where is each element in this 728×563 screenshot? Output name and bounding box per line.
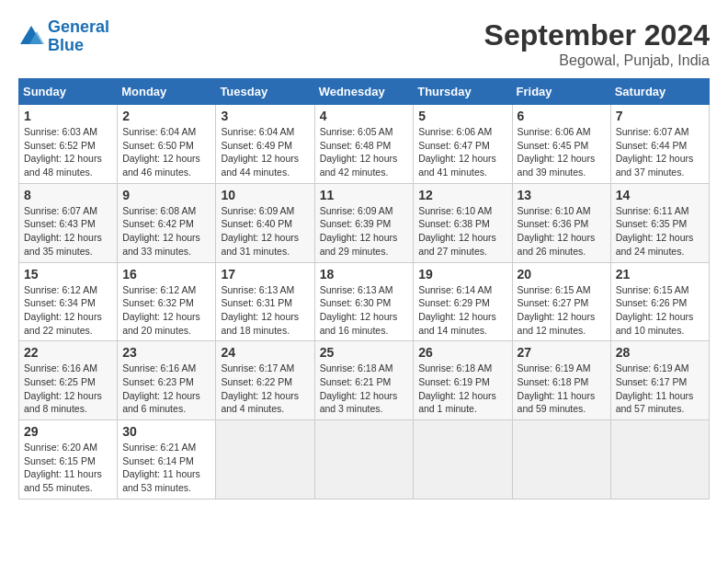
day-info: Sunrise: 6:19 AM Sunset: 6:17 PM Dayligh…	[616, 362, 704, 416]
calendar-week-row: 15 Sunrise: 6:12 AM Sunset: 6:34 PM Dayl…	[19, 262, 710, 341]
days-of-week-row: SundayMondayTuesdayWednesdayThursdayFrid…	[19, 79, 710, 105]
calendar-day-cell: 29 Sunrise: 6:20 AM Sunset: 6:15 PM Dayl…	[19, 420, 118, 500]
calendar-day-cell: 15 Sunrise: 6:12 AM Sunset: 6:34 PM Dayl…	[19, 262, 118, 341]
day-info: Sunrise: 6:05 AM Sunset: 6:48 PM Dayligh…	[320, 125, 409, 179]
calendar-day-cell: 21 Sunrise: 6:15 AM Sunset: 6:26 PM Dayl…	[610, 262, 709, 341]
day-info: Sunrise: 6:09 AM Sunset: 6:40 PM Dayligh…	[221, 204, 309, 259]
day-info: Sunrise: 6:10 AM Sunset: 6:36 PM Dayligh…	[518, 204, 606, 259]
day-number: 28	[616, 345, 704, 360]
calendar-day-cell: 3 Sunrise: 6:04 AM Sunset: 6:49 PM Dayli…	[216, 105, 314, 184]
day-info: Sunrise: 6:21 AM Sunset: 6:14 PM Dayligh…	[122, 441, 210, 495]
day-number: 9	[122, 188, 210, 202]
day-number: 2	[122, 109, 210, 123]
day-number: 10	[221, 188, 309, 202]
calendar-week-row: 1 Sunrise: 6:03 AM Sunset: 6:52 PM Dayli…	[19, 105, 710, 184]
month-title: September 2024	[484, 18, 710, 52]
calendar-day-cell: 16 Sunrise: 6:12 AM Sunset: 6:32 PM Dayl…	[118, 262, 216, 341]
calendar-day-cell	[610, 420, 709, 500]
day-number: 27	[518, 345, 606, 360]
day-of-week-header: Saturday	[610, 79, 709, 105]
day-info: Sunrise: 6:18 AM Sunset: 6:19 PM Dayligh…	[418, 362, 506, 416]
calendar-day-cell: 8 Sunrise: 6:07 AM Sunset: 6:43 PM Dayli…	[19, 183, 118, 262]
day-info: Sunrise: 6:08 AM Sunset: 6:42 PM Dayligh…	[122, 204, 210, 259]
calendar-day-cell	[414, 420, 512, 500]
day-info: Sunrise: 6:20 AM Sunset: 6:15 PM Dayligh…	[24, 441, 112, 495]
day-of-week-header: Sunday	[19, 79, 118, 105]
day-info: Sunrise: 6:04 AM Sunset: 6:49 PM Dayligh…	[221, 125, 309, 179]
day-number: 16	[122, 267, 210, 282]
logo-icon	[18, 24, 44, 50]
calendar-day-cell: 22 Sunrise: 6:16 AM Sunset: 6:25 PM Dayl…	[19, 341, 118, 420]
day-info: Sunrise: 6:12 AM Sunset: 6:34 PM Dayligh…	[24, 283, 112, 338]
day-number: 12	[418, 188, 506, 202]
calendar-week-row: 8 Sunrise: 6:07 AM Sunset: 6:43 PM Dayli…	[19, 183, 710, 262]
day-info: Sunrise: 6:19 AM Sunset: 6:18 PM Dayligh…	[518, 362, 606, 416]
day-number: 6	[518, 109, 606, 123]
calendar-day-cell: 27 Sunrise: 6:19 AM Sunset: 6:18 PM Dayl…	[512, 341, 610, 420]
day-info: Sunrise: 6:10 AM Sunset: 6:38 PM Dayligh…	[418, 204, 506, 259]
logo: General Blue	[18, 18, 109, 55]
calendar-day-cell	[314, 420, 414, 500]
day-number: 24	[221, 345, 309, 360]
day-number: 30	[122, 424, 210, 439]
day-number: 26	[418, 345, 506, 360]
calendar-day-cell: 10 Sunrise: 6:09 AM Sunset: 6:40 PM Dayl…	[216, 183, 314, 262]
day-info: Sunrise: 6:17 AM Sunset: 6:22 PM Dayligh…	[221, 362, 309, 416]
day-of-week-header: Friday	[512, 79, 610, 105]
calendar-day-cell: 28 Sunrise: 6:19 AM Sunset: 6:17 PM Dayl…	[610, 341, 709, 420]
day-info: Sunrise: 6:16 AM Sunset: 6:25 PM Dayligh…	[24, 362, 112, 416]
day-info: Sunrise: 6:03 AM Sunset: 6:52 PM Dayligh…	[24, 125, 112, 179]
day-info: Sunrise: 6:04 AM Sunset: 6:50 PM Dayligh…	[122, 125, 210, 179]
day-info: Sunrise: 6:06 AM Sunset: 6:45 PM Dayligh…	[518, 125, 606, 179]
day-info: Sunrise: 6:06 AM Sunset: 6:47 PM Dayligh…	[418, 125, 506, 179]
page-header: General Blue September 2024 Begowal, Pun…	[18, 18, 710, 69]
title-block: September 2024 Begowal, Punjab, India	[484, 18, 710, 69]
day-number: 18	[320, 267, 409, 282]
day-info: Sunrise: 6:07 AM Sunset: 6:43 PM Dayligh…	[24, 204, 112, 259]
day-number: 3	[221, 109, 309, 123]
calendar-day-cell: 23 Sunrise: 6:16 AM Sunset: 6:23 PM Dayl…	[118, 341, 216, 420]
day-number: 22	[24, 345, 112, 360]
day-of-week-header: Thursday	[414, 79, 512, 105]
calendar-day-cell	[216, 420, 314, 500]
day-number: 13	[518, 188, 606, 202]
calendar-day-cell: 5 Sunrise: 6:06 AM Sunset: 6:47 PM Dayli…	[414, 105, 512, 184]
calendar-day-cell: 1 Sunrise: 6:03 AM Sunset: 6:52 PM Dayli…	[19, 105, 118, 184]
day-info: Sunrise: 6:07 AM Sunset: 6:44 PM Dayligh…	[616, 125, 704, 179]
calendar-day-cell: 20 Sunrise: 6:15 AM Sunset: 6:27 PM Dayl…	[512, 262, 610, 341]
calendar-day-cell: 9 Sunrise: 6:08 AM Sunset: 6:42 PM Dayli…	[118, 183, 216, 262]
calendar-day-cell: 12 Sunrise: 6:10 AM Sunset: 6:38 PM Dayl…	[414, 183, 512, 262]
day-number: 29	[24, 424, 112, 439]
day-number: 7	[616, 109, 704, 123]
day-of-week-header: Wednesday	[314, 79, 414, 105]
calendar-day-cell: 19 Sunrise: 6:14 AM Sunset: 6:29 PM Dayl…	[414, 262, 512, 341]
day-info: Sunrise: 6:12 AM Sunset: 6:32 PM Dayligh…	[122, 283, 210, 338]
day-number: 19	[418, 267, 506, 282]
calendar-day-cell: 24 Sunrise: 6:17 AM Sunset: 6:22 PM Dayl…	[216, 341, 314, 420]
day-number: 15	[24, 267, 112, 282]
calendar-day-cell	[512, 420, 610, 500]
calendar-body: 1 Sunrise: 6:03 AM Sunset: 6:52 PM Dayli…	[19, 105, 710, 500]
day-number: 20	[518, 267, 606, 282]
calendar-day-cell: 14 Sunrise: 6:11 AM Sunset: 6:35 PM Dayl…	[610, 183, 709, 262]
calendar-week-row: 29 Sunrise: 6:20 AM Sunset: 6:15 PM Dayl…	[19, 420, 710, 500]
day-number: 4	[320, 109, 409, 123]
day-number: 25	[320, 345, 409, 360]
calendar-day-cell: 6 Sunrise: 6:06 AM Sunset: 6:45 PM Dayli…	[512, 105, 610, 184]
calendar-day-cell: 4 Sunrise: 6:05 AM Sunset: 6:48 PM Dayli…	[314, 105, 414, 184]
logo-text: General Blue	[48, 18, 109, 55]
day-of-week-header: Monday	[118, 79, 216, 105]
day-number: 5	[418, 109, 506, 123]
calendar-day-cell: 26 Sunrise: 6:18 AM Sunset: 6:19 PM Dayl…	[414, 341, 512, 420]
day-info: Sunrise: 6:09 AM Sunset: 6:39 PM Dayligh…	[320, 204, 409, 259]
calendar-table: SundayMondayTuesdayWednesdayThursdayFrid…	[18, 78, 710, 500]
day-number: 23	[122, 345, 210, 360]
day-number: 21	[616, 267, 704, 282]
calendar-day-cell: 7 Sunrise: 6:07 AM Sunset: 6:44 PM Dayli…	[610, 105, 709, 184]
calendar-day-cell: 13 Sunrise: 6:10 AM Sunset: 6:36 PM Dayl…	[512, 183, 610, 262]
day-number: 8	[24, 188, 112, 202]
day-info: Sunrise: 6:13 AM Sunset: 6:30 PM Dayligh…	[320, 283, 409, 338]
calendar-day-cell: 17 Sunrise: 6:13 AM Sunset: 6:31 PM Dayl…	[216, 262, 314, 341]
day-number: 14	[616, 188, 704, 202]
calendar-day-cell: 2 Sunrise: 6:04 AM Sunset: 6:50 PM Dayli…	[118, 105, 216, 184]
